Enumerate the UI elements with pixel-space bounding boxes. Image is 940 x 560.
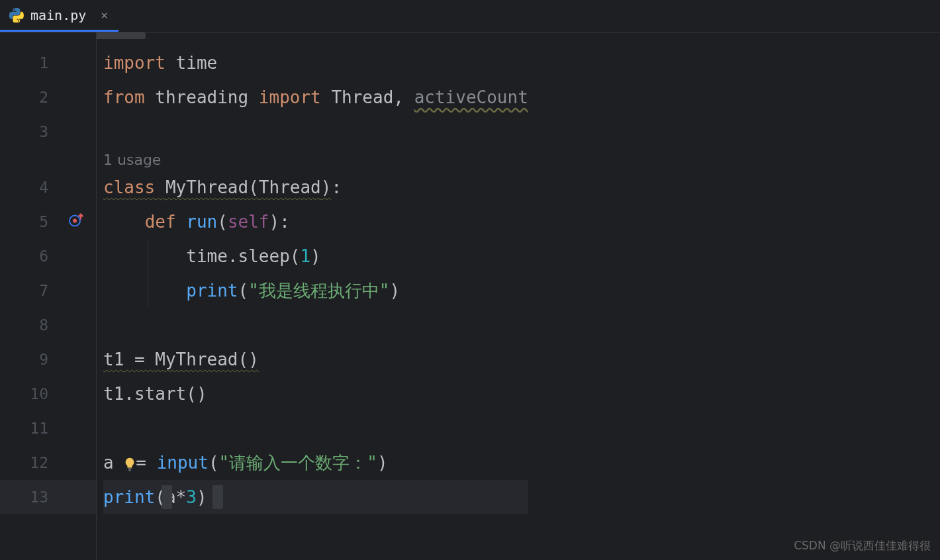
svg-rect-2	[128, 468, 132, 469]
line-number[interactable]: 3	[0, 115, 96, 149]
code-line[interactable]: class MyThread(Thread):	[103, 170, 528, 205]
literal-3: 3	[186, 487, 197, 507]
code-line[interactable]: print("我是线程执行中")	[103, 273, 528, 308]
fn-activecount: activeCount	[414, 87, 528, 107]
line-number[interactable]: 6	[0, 239, 96, 273]
code-line[interactable]: a = input("请输入一个数字：")	[103, 445, 528, 480]
file-tab[interactable]: main.py ×	[0, 0, 118, 32]
line-number[interactable]: 9	[0, 342, 96, 377]
literal-1: 1	[300, 246, 310, 266]
code-line[interactable]: print(a*3)	[103, 480, 528, 514]
code-line[interactable]: t1 = MyThread()	[103, 342, 528, 377]
param-self: self	[228, 212, 269, 232]
python-file-icon	[9, 8, 24, 23]
code-line[interactable]: def run(self):	[103, 205, 528, 239]
var-t1: t1	[103, 350, 124, 369]
code-line[interactable]	[103, 308, 528, 342]
code-line[interactable]	[103, 411, 528, 445]
usage-hint-gutter	[0, 149, 96, 170]
fn-start: start	[134, 384, 186, 404]
svg-rect-3	[128, 470, 131, 471]
line-number[interactable]: 8	[0, 308, 96, 342]
tab-filename: main.py	[30, 7, 86, 23]
watermark: CSDN @听说西佳佳难得很	[794, 538, 931, 553]
fn-sleep: sleep	[238, 246, 290, 266]
string-literal: "请输入一个数字："	[219, 451, 377, 475]
line-number[interactable]: 10	[0, 377, 96, 411]
fn-print: print	[103, 487, 155, 507]
code-line[interactable]: t1.start()	[103, 377, 528, 411]
editor-tabs: main.py ×	[0, 0, 940, 32]
string-literal: "我是线程执行中"	[248, 279, 389, 303]
module-time: time	[176, 53, 218, 73]
line-number[interactable]: 11	[0, 411, 96, 445]
fn-run: run	[186, 212, 217, 232]
svg-point-1	[73, 219, 77, 223]
code-line[interactable]: time.sleep(1)	[103, 239, 528, 273]
keyword-import: import	[259, 87, 321, 107]
code-area[interactable]: import time from threading import Thread…	[97, 32, 528, 560]
var-a: a	[103, 453, 114, 473]
fn-print: print	[186, 281, 238, 301]
keyword-class: class	[103, 177, 155, 197]
code-line[interactable]	[103, 115, 528, 149]
close-tab-icon[interactable]: ×	[101, 8, 108, 22]
keyword-def: def	[145, 212, 176, 232]
line-number[interactable]: 13	[0, 480, 96, 514]
line-number[interactable]: 1	[0, 46, 96, 80]
keyword-from: from	[103, 87, 145, 107]
fn-input: input	[157, 453, 209, 473]
code-line[interactable]: import time	[103, 46, 528, 80]
module-threading: threading	[155, 87, 248, 107]
usage-hint[interactable]: 1 usage	[103, 149, 528, 170]
code-line[interactable]: from threading import Thread, activeCoun…	[103, 80, 528, 115]
keyword-import: import	[103, 53, 165, 73]
class-thread: Thread	[331, 87, 393, 107]
class-mythread: MyThread	[165, 177, 248, 197]
line-number[interactable]: 2	[0, 80, 96, 115]
line-number[interactable]: 7	[0, 273, 96, 308]
line-number[interactable]: 5	[0, 205, 96, 239]
gutter: 1 2 3 4 5 6 7 8 9 10 11 12 13	[0, 32, 97, 560]
code-editor[interactable]: 1 2 3 4 5 6 7 8 9 10 11 12 13 im	[0, 32, 940, 560]
intention-bulb-icon[interactable]	[122, 455, 137, 470]
line-number[interactable]: 12	[0, 445, 96, 480]
